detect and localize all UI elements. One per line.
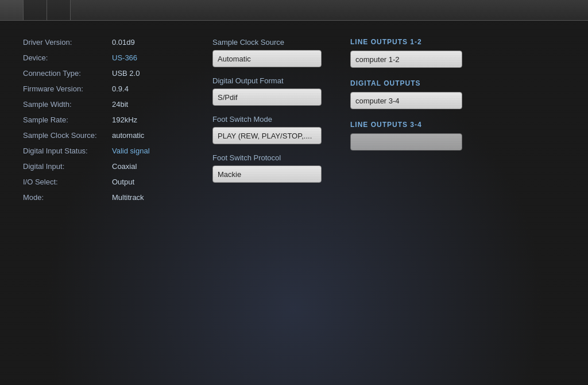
field-label: Foot Switch Mode bbox=[212, 115, 339, 124]
field-select-3[interactable]: MackieHUICustom bbox=[212, 165, 322, 183]
info-value: 0.01d9 bbox=[112, 38, 135, 47]
info-value: 0.9.4 bbox=[112, 84, 129, 93]
info-label: I/O Select: bbox=[23, 178, 112, 186]
section-block: LINE OUTPUTS 1-2computer 1-2computer 3-4… bbox=[350, 38, 565, 68]
info-row: Driver Version:0.01d9 bbox=[23, 38, 207, 47]
info-label: Device: bbox=[23, 53, 112, 62]
field-select-1[interactable]: S/PdifAES/EBU bbox=[212, 88, 322, 106]
info-value: US-366 bbox=[112, 53, 137, 62]
info-label: Sample Rate: bbox=[23, 116, 112, 124]
section-select-2[interactable] bbox=[350, 133, 462, 151]
section-block: LINE OUTPUTS 3-4 bbox=[350, 121, 565, 151]
section-select-1[interactable]: computer 1-2computer 3-4mixer out bbox=[350, 92, 462, 109]
info-label: Mode: bbox=[23, 193, 112, 202]
info-value: Coaxial bbox=[112, 162, 137, 171]
info-row: Firmware Version:0.9.4 bbox=[23, 84, 207, 93]
info-row: Sample Width:24bit bbox=[23, 100, 207, 109]
field-label: Foot Switch Protocol bbox=[212, 153, 339, 162]
main-content: Driver Version:0.01d9Device:US-366Connec… bbox=[0, 21, 588, 226]
tab-interface[interactable] bbox=[0, 0, 24, 20]
select-wrapper: S/PdifAES/EBU bbox=[212, 88, 339, 106]
info-row: Mode:Multitrack bbox=[23, 193, 207, 202]
info-row: I/O Select:Output bbox=[23, 178, 207, 186]
info-label: Firmware Version: bbox=[23, 84, 112, 93]
info-row: Device:US-366 bbox=[23, 53, 207, 62]
field-select-0[interactable]: AutomaticInternalS/Pdif bbox=[212, 50, 322, 67]
info-value: 24bit bbox=[112, 100, 128, 109]
info-value: Multitrack bbox=[112, 193, 144, 202]
section-label: LINE OUTPUTS 3-4 bbox=[350, 121, 565, 129]
select-wrapper: MackieHUICustom bbox=[212, 165, 339, 183]
info-label: Sample Clock Source: bbox=[23, 131, 112, 140]
info-label: Connection Type: bbox=[23, 69, 112, 78]
section-block: DIGITAL OUTPUTScomputer 1-2computer 3-4m… bbox=[350, 79, 565, 109]
info-label: Digital Input: bbox=[23, 162, 112, 171]
info-label: Digital Input Status: bbox=[23, 147, 112, 155]
info-row: Digital Input:Coaxial bbox=[23, 162, 207, 171]
info-value: automatic bbox=[112, 131, 144, 140]
info-value: Output bbox=[112, 178, 134, 186]
logo bbox=[565, 0, 588, 20]
right-panel: LINE OUTPUTS 1-2computer 1-2computer 3-4… bbox=[339, 38, 565, 209]
field-label: Digital Output Format bbox=[212, 76, 339, 85]
info-row: Sample Rate:192kHz bbox=[23, 116, 207, 124]
info-value: Valid signal bbox=[112, 147, 150, 155]
section-label: LINE OUTPUTS 1-2 bbox=[350, 38, 565, 46]
section-label: DIGITAL OUTPUTS bbox=[350, 79, 565, 87]
section-select-wrapper bbox=[350, 133, 565, 151]
info-label: Sample Width: bbox=[23, 100, 112, 109]
info-row: Digital Input Status:Valid signal bbox=[23, 147, 207, 155]
info-row: Connection Type:USB 2.0 bbox=[23, 69, 207, 78]
select-wrapper: AutomaticInternalS/Pdif bbox=[212, 50, 339, 67]
field-label: Sample Clock Source bbox=[212, 38, 339, 47]
info-row: Sample Clock Source:automatic bbox=[23, 131, 207, 140]
tab-mixer[interactable] bbox=[24, 0, 47, 20]
info-panel: Driver Version:0.01d9Device:US-366Connec… bbox=[23, 38, 207, 209]
info-label: Driver Version: bbox=[23, 38, 112, 47]
middle-panel: Sample Clock SourceAutomaticInternalS/Pd… bbox=[207, 38, 339, 209]
header bbox=[0, 0, 588, 21]
info-value: 192kHz bbox=[112, 116, 137, 124]
select-wrapper: PLAY (REW, PLAY/STOP,....RECORDCUSTOM bbox=[212, 127, 339, 144]
tab-effects[interactable] bbox=[47, 0, 71, 20]
section-select-0[interactable]: computer 1-2computer 3-4mixer out bbox=[350, 51, 462, 68]
section-select-wrapper: computer 1-2computer 3-4mixer out bbox=[350, 92, 565, 109]
info-value: USB 2.0 bbox=[112, 69, 140, 78]
section-select-wrapper: computer 1-2computer 3-4mixer out bbox=[350, 51, 565, 68]
field-select-2[interactable]: PLAY (REW, PLAY/STOP,....RECORDCUSTOM bbox=[212, 127, 322, 144]
